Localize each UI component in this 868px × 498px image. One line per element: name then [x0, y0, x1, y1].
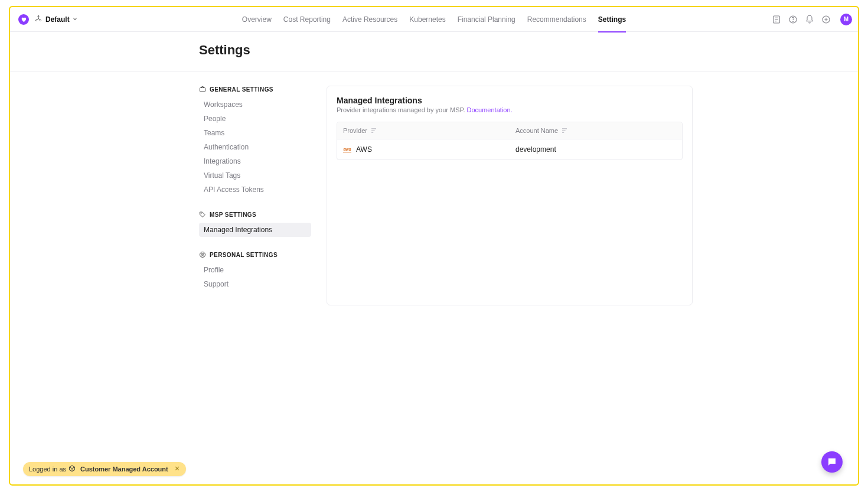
section-header-msp: MSP SETTINGS	[199, 211, 311, 218]
sidebar-item-virtual-tags[interactable]: Virtual Tags	[199, 168, 311, 183]
sidebar-item-api-tokens[interactable]: API Access Tokens	[199, 183, 311, 197]
hierarchy-icon	[35, 15, 42, 24]
topbar: Default Overview Cost Reporting Active R…	[10, 7, 858, 32]
svg-point-8	[793, 21, 794, 21]
changelog-icon[interactable]	[772, 15, 781, 24]
integrations-table: Provider Account Name aws	[337, 122, 683, 160]
table-row[interactable]: aws AWS development	[337, 139, 682, 160]
section-header-general: GENERAL SETTINGS	[199, 86, 311, 93]
chat-icon	[827, 457, 837, 467]
sidebar-item-profile[interactable]: Profile	[199, 263, 311, 277]
title-area: Settings	[10, 32, 858, 71]
sidebar-item-integrations[interactable]: Integrations	[199, 154, 311, 168]
bell-icon[interactable]	[805, 15, 814, 24]
cube-icon	[68, 465, 76, 473]
help-icon[interactable]	[788, 15, 798, 24]
section-header-personal: PERSONAL SETTINGS	[199, 251, 311, 258]
chat-fab[interactable]	[821, 451, 843, 473]
nav-financial-planning[interactable]: Financial Planning	[452, 7, 521, 32]
briefcase-icon	[199, 86, 206, 93]
sidebar-item-teams[interactable]: Teams	[199, 126, 311, 140]
nav-active-resources[interactable]: Active Resources	[337, 7, 403, 32]
col-provider[interactable]: Provider	[337, 122, 510, 139]
managed-integrations-panel: Managed Integrations Provider integratio…	[327, 86, 693, 305]
svg-rect-12	[200, 88, 205, 92]
sidebar-item-managed-integrations[interactable]: Managed Integrations	[199, 223, 311, 237]
cell-account: development	[510, 139, 682, 160]
sidebar-item-people[interactable]: People	[199, 112, 311, 126]
top-nav: Overview Cost Reporting Active Resources…	[10, 7, 858, 32]
pill-account-type: Customer Managed Account	[80, 466, 168, 473]
app-frame: Default Overview Cost Reporting Active R…	[9, 6, 859, 486]
nav-cost-reporting[interactable]: Cost Reporting	[278, 7, 337, 32]
svg-point-13	[201, 213, 201, 213]
header-actions: M	[772, 14, 852, 25]
close-icon[interactable]	[174, 466, 180, 473]
cell-provider: aws AWS	[337, 139, 510, 160]
nav-overview[interactable]: Overview	[236, 7, 278, 32]
tag-icon	[199, 211, 206, 218]
svg-point-0	[38, 16, 39, 17]
workspace-switcher[interactable]: Default	[35, 15, 78, 24]
documentation-link[interactable]: Documentation.	[467, 106, 513, 113]
sidebar-item-authentication[interactable]: Authentication	[199, 140, 311, 154]
nav-kubernetes[interactable]: Kubernetes	[403, 7, 451, 32]
sort-icon	[371, 127, 377, 134]
nav-settings[interactable]: Settings	[592, 7, 632, 32]
panel-title: Managed Integrations	[337, 96, 683, 105]
settings-sidebar: GENERAL SETTINGS Workspaces People Teams…	[199, 86, 311, 305]
workspace-label: Default	[45, 15, 70, 24]
nav-recommendations[interactable]: Recommendations	[521, 7, 592, 32]
table-header: Provider Account Name	[337, 122, 682, 139]
content: GENERAL SETTINGS Workspaces People Teams…	[10, 71, 858, 305]
sidebar-item-workspaces[interactable]: Workspaces	[199, 97, 311, 112]
svg-point-15	[202, 253, 204, 255]
panel-subtitle: Provider integrations managed by your MS…	[337, 106, 683, 113]
user-circle-icon	[199, 251, 206, 258]
svg-point-2	[40, 20, 41, 21]
sort-icon	[562, 127, 567, 134]
app-logo[interactable]	[18, 14, 29, 25]
avatar[interactable]: M	[840, 14, 852, 25]
pill-prefix: Logged in as	[29, 466, 66, 473]
chevron-down-icon	[72, 15, 78, 24]
sidebar-item-support[interactable]: Support	[199, 277, 311, 291]
aws-icon: aws	[343, 147, 351, 152]
page-title: Settings	[199, 43, 858, 58]
login-status-pill: Logged in as Customer Managed Account	[23, 462, 186, 476]
col-account-name[interactable]: Account Name	[510, 122, 682, 139]
heart-check-icon	[21, 17, 27, 22]
plus-circle-icon[interactable]	[821, 15, 831, 24]
